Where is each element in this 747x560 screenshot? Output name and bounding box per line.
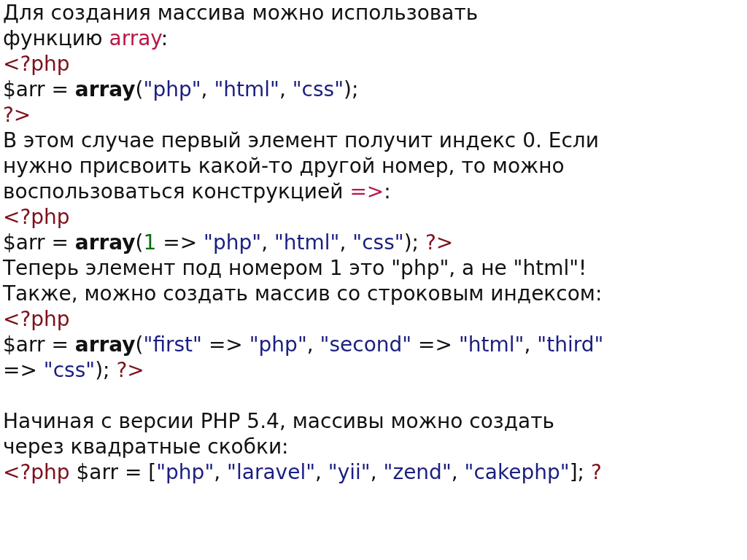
code: , xyxy=(307,332,320,357)
text: : xyxy=(384,179,390,203)
php-close-tag: ?> xyxy=(116,358,144,382)
keyword-array: array xyxy=(75,77,136,101)
php-close-tag: ? xyxy=(591,460,602,484)
text-line: Для создания массива можно использовать xyxy=(3,0,744,26)
string: "first" xyxy=(144,332,202,357)
php-open-tag: <?php xyxy=(3,306,744,332)
number: 1 xyxy=(144,230,157,254)
code: , xyxy=(525,332,538,357)
text-line: функцию array: xyxy=(3,26,744,51)
code: , xyxy=(279,77,293,101)
code: , xyxy=(452,460,465,484)
php-open-tag: <?php xyxy=(3,204,744,230)
text-line: Теперь элемент под номером 1 это "php", … xyxy=(3,255,744,281)
code-line: <?php $arr = ["php", "laravel", "yii", "… xyxy=(3,459,744,485)
text-line: Также, можно создать массив со строковым… xyxy=(3,281,744,306)
string: "php" xyxy=(144,77,201,101)
string: "php" xyxy=(156,460,214,484)
text-line: через квадратные скобки: xyxy=(3,434,744,459)
keyword-array: array xyxy=(75,332,136,357)
arrow-operator: => xyxy=(349,179,384,203)
code: ( xyxy=(136,230,144,254)
keyword-array: array xyxy=(75,230,136,254)
text-line: нужно присвоить какой-то другой номер, т… xyxy=(3,153,744,179)
code: , xyxy=(339,230,352,254)
string: "cakephp" xyxy=(465,460,570,484)
code: $arr = [ xyxy=(70,460,157,484)
code: , xyxy=(261,230,274,254)
code: , xyxy=(315,460,328,484)
string: "html" xyxy=(459,332,525,357)
string: "yii" xyxy=(328,460,371,484)
string: "php" xyxy=(249,332,307,357)
text-line: Начиная с версии PHP 5.4, массивы можно … xyxy=(3,408,744,434)
code: ); xyxy=(344,77,358,101)
string: "zend" xyxy=(384,460,452,484)
string: "second" xyxy=(320,332,412,357)
code: => xyxy=(411,332,459,357)
code: ( xyxy=(136,332,144,357)
code: , xyxy=(371,460,384,484)
code: ); xyxy=(404,230,425,254)
text: воспользоваться конструкцией xyxy=(3,179,349,203)
string: "php" xyxy=(204,230,261,254)
code-line: $arr = array(1 => "php", "html", "css");… xyxy=(3,230,744,255)
code-line: $arr = array("php", "html", "css"); xyxy=(3,77,744,102)
code: , xyxy=(214,460,227,484)
string: "laravel" xyxy=(227,460,315,484)
keyword-array: array xyxy=(109,26,160,50)
document-body: Для создания массива можно использовать … xyxy=(0,0,747,485)
blank-line xyxy=(3,383,744,408)
code: => xyxy=(202,332,249,357)
code: ); xyxy=(95,358,116,382)
php-open-tag: <?php xyxy=(3,460,70,484)
code: ]; xyxy=(570,460,591,484)
text: : xyxy=(161,26,168,50)
code: => xyxy=(3,358,44,382)
string: "third" xyxy=(537,332,603,357)
code: $arr = xyxy=(3,230,75,254)
php-close-tag: ?> xyxy=(425,230,453,254)
code-line: => "css"); ?> xyxy=(3,357,744,383)
code: ( xyxy=(136,77,144,101)
code: , xyxy=(201,77,214,101)
string: "css" xyxy=(44,358,95,382)
text-line: В этом случае первый элемент получит инд… xyxy=(3,128,744,153)
string: "html" xyxy=(214,77,279,101)
code: $arr = xyxy=(3,77,75,101)
code: $arr = xyxy=(3,332,75,357)
code: => xyxy=(156,230,204,254)
text-line: воспользоваться конструкцией =>: xyxy=(3,179,744,204)
string: "css" xyxy=(293,77,344,101)
code-line: $arr = array("first" => "php", "second" … xyxy=(3,332,744,357)
text: функцию xyxy=(3,26,109,50)
string: "css" xyxy=(352,230,403,254)
php-close-tag: ?> xyxy=(3,102,744,128)
string: "html" xyxy=(274,230,340,254)
php-open-tag: <?php xyxy=(3,51,744,77)
